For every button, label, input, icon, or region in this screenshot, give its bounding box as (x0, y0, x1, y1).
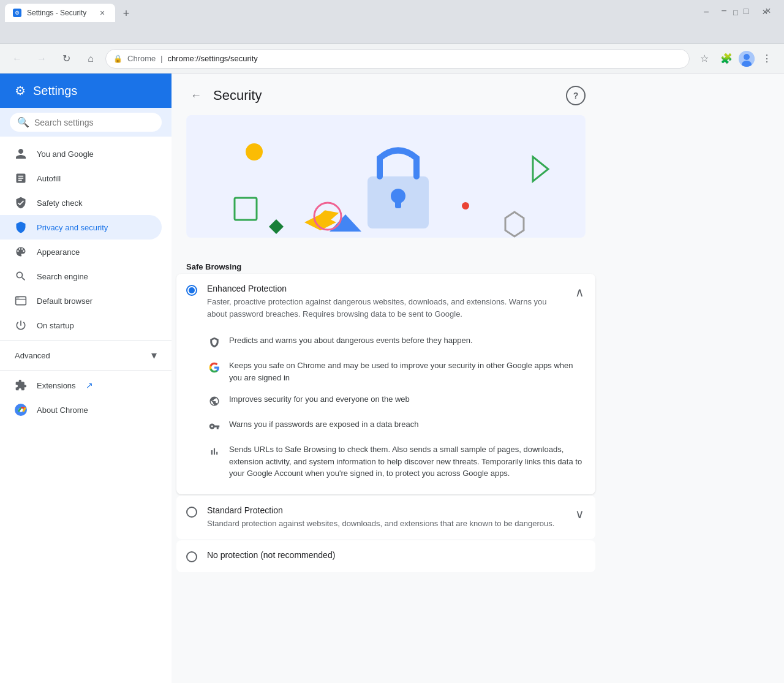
external-link-icon: ↗ (86, 380, 93, 390)
active-tab[interactable]: ⚙ Settings - Security × (5, 4, 115, 22)
svg-point-15 (246, 143, 263, 160)
no-protection-option-text: No protection (not recommended) (207, 550, 586, 562)
address-url-text: chrome://settings/security (167, 54, 257, 63)
nav-divider2 (0, 370, 172, 371)
enhanced-radio[interactable] (186, 285, 197, 296)
about-chrome-label: About Chrome (37, 406, 88, 415)
back-button[interactable]: ← (186, 86, 206, 105)
no-protection-option-header[interactable]: No protection (not recommended) (176, 540, 595, 572)
extensions-nav-icon (15, 379, 27, 391)
safe-browsing-label: Safe Browsing (186, 262, 241, 271)
tab-title: Settings - Security (27, 9, 92, 17)
toolbar-actions: ☆ 🧩 ⋮ (695, 49, 777, 69)
detail-item-globe: Improves security for you and everyone o… (207, 388, 586, 413)
help-button[interactable]: ? (566, 86, 586, 105)
enhanced-radio-wrap (186, 284, 197, 296)
svg-point-7 (17, 298, 18, 299)
browser-icon (15, 295, 27, 307)
home-button[interactable]: ⌂ (81, 49, 100, 69)
profile-avatar[interactable] (739, 51, 755, 67)
page-header: ← Security ? (172, 74, 600, 110)
sidebar-item-on-startup[interactable]: On startup (0, 313, 172, 338)
standard-radio[interactable] (186, 507, 197, 518)
standard-expand-button[interactable]: ∨ (574, 505, 586, 523)
privacy-security-label: Privacy and security (37, 223, 108, 232)
enhanced-desc: Faster, proactive protection against dan… (207, 296, 564, 320)
advanced-chevron-icon: ▾ (151, 349, 157, 362)
enhanced-collapse-button[interactable]: ∧ (574, 284, 586, 301)
address-lock-icon: 🔒 (113, 55, 123, 63)
page-title: Security (213, 88, 262, 104)
svg-point-3 (744, 54, 750, 60)
sidebar-item-search-engine[interactable]: Search engine (0, 264, 172, 289)
new-tab-button[interactable]: + (118, 5, 135, 22)
default-browser-label: Default browser (37, 296, 92, 306)
content-inner: ← Security ? (172, 74, 600, 598)
settings-gear-icon: ⚙ (15, 83, 26, 98)
sidebar-item-appearance[interactable]: Appearance (0, 240, 172, 264)
address-chrome-label: Chrome (127, 54, 156, 63)
sidebar-item-privacy-security[interactable]: Privacy and security (0, 215, 162, 240)
enhanced-option-header[interactable]: Enhanced Protection Faster, proactive pr… (176, 274, 595, 330)
analytics-icon (207, 444, 222, 459)
extensions-button[interactable]: 🧩 (717, 49, 736, 69)
sidebar-item-you-google[interactable]: You and Google (0, 142, 172, 166)
search-engine-label: Search engine (37, 272, 88, 281)
palette-icon (15, 246, 27, 258)
tab-close-button[interactable]: × (97, 7, 108, 18)
back-button[interactable]: ← (7, 49, 27, 69)
title-bar: ⚙ Settings - Security × + − □ × (0, 0, 784, 22)
restore-button[interactable]: □ (722, 4, 750, 21)
tab-favicon: ⚙ (12, 8, 22, 18)
main-content: ← Security ? (172, 74, 784, 683)
enhanced-protection-card: Enhanced Protection Faster, proactive pr… (176, 274, 595, 494)
autofill-label: Autofill (37, 174, 61, 183)
security-icon (15, 221, 27, 233)
sidebar-item-about-chrome[interactable]: About Chrome (0, 398, 172, 422)
search-input[interactable] (34, 118, 154, 127)
search-bar: 🔍 (0, 108, 172, 137)
sidebar-item-extensions[interactable]: Extensions ↗ (0, 373, 172, 398)
safe-browsing-section: Safe Browsing (172, 252, 600, 274)
page-header-left: ← Security (186, 86, 262, 105)
no-protection-radio[interactable] (186, 551, 197, 562)
sidebar-item-default-browser[interactable]: Default browser (0, 289, 172, 313)
minimize-button[interactable]: − (692, 4, 720, 21)
person-icon (15, 148, 27, 160)
forward-button[interactable]: → (32, 49, 51, 69)
standard-option-header[interactable]: Standard Protection Standard protection … (176, 496, 595, 540)
standard-desc: Standard protection against websites, do… (207, 518, 564, 530)
no-protection-card: No protection (not recommended) (176, 540, 595, 572)
svg-point-22 (462, 202, 469, 209)
illustration-svg (186, 115, 586, 238)
standard-option-text: Standard Protection Standard protection … (207, 505, 564, 530)
detail-item-predict: Predicts and warns you about dangerous e… (207, 330, 586, 355)
advanced-section-header[interactable]: Advanced ▾ (0, 343, 172, 368)
sidebar-item-autofill[interactable]: Autofill (0, 166, 172, 191)
sidebar-title: Settings (33, 84, 77, 98)
google-text: Keeps you safe on Chrome and may be used… (229, 360, 586, 383)
security-illustration (186, 115, 586, 238)
refresh-button[interactable]: ↻ (56, 49, 76, 69)
svg-point-8 (18, 298, 20, 299)
search-input-wrap[interactable]: 🔍 (10, 113, 162, 132)
sidebar: ⚙ Settings 🔍 You and Google (0, 74, 172, 683)
bookmark-button[interactable]: ☆ (695, 49, 714, 69)
key-icon (207, 419, 222, 434)
autofill-icon (15, 172, 27, 184)
shield-check-icon (15, 197, 27, 209)
enhanced-title: Enhanced Protection (207, 284, 564, 293)
menu-button[interactable]: ⋮ (757, 49, 777, 69)
advanced-label: Advanced (15, 351, 50, 360)
predict-text: Predicts and warns you about dangerous e… (229, 334, 473, 347)
sidebar-item-safety-check[interactable]: Safety check (0, 191, 172, 215)
close-window-button[interactable]: × (751, 4, 779, 21)
address-bar[interactable]: 🔒 Chrome | chrome://settings/security (105, 49, 690, 69)
browser-toolbar: ← → ↻ ⌂ 🔒 Chrome | chrome://settings/sec… (0, 44, 784, 74)
on-startup-label: On startup (37, 321, 74, 330)
chrome-icon (15, 404, 27, 416)
enhanced-option-text: Enhanced Protection Faster, proactive pr… (207, 284, 564, 320)
search-icon: 🔍 (17, 116, 29, 128)
standard-title: Standard Protection (207, 505, 564, 515)
appearance-label: Appearance (37, 247, 80, 257)
